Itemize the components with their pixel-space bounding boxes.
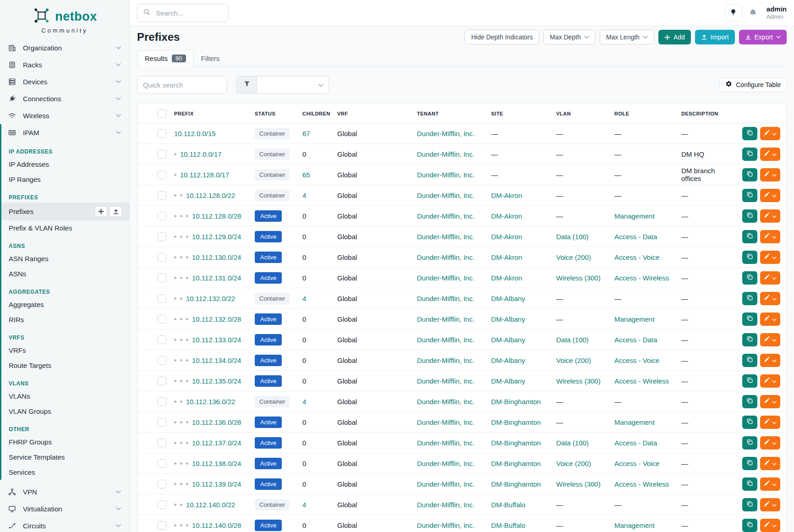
children-count-link[interactable]: 4 (302, 295, 306, 302)
children-count-link[interactable]: 65 (302, 171, 310, 179)
edit-button[interactable] (760, 374, 780, 388)
vlan-link[interactable]: Voice (200) (556, 253, 591, 261)
sidebar-item-asns[interactable]: ASNs (1, 266, 129, 281)
prefix-link[interactable]: 10.112.128.0/17 (180, 171, 229, 179)
sidebar-item-circuits[interactable]: Circuits (0, 517, 129, 532)
edit-button[interactable] (760, 313, 780, 326)
vlan-link[interactable]: Data (100) (556, 439, 589, 447)
role-link[interactable]: Management (614, 315, 655, 323)
clone-button[interactable] (742, 395, 757, 408)
row-checkbox[interactable] (158, 521, 166, 530)
row-checkbox[interactable] (158, 418, 166, 427)
export-dropdown[interactable]: Export (739, 30, 787, 44)
role-link[interactable]: Access - Voice (614, 253, 659, 261)
clone-button[interactable] (742, 477, 757, 491)
site-link[interactable]: DM-Akron (491, 212, 522, 220)
prefix-link[interactable]: 10.112.136.0/28 (192, 418, 241, 426)
clone-button[interactable] (742, 148, 757, 161)
prefix-link[interactable]: 10.112.136.0/22 (186, 398, 235, 406)
sidebar-item-aggregates[interactable]: Aggregates (1, 297, 129, 312)
sidebar-item-asn-ranges[interactable]: ASN Ranges (1, 251, 129, 266)
row-checkbox[interactable] (158, 212, 166, 220)
sidebar-item-vlan-groups[interactable]: VLAN Groups (1, 404, 129, 419)
prefix-link[interactable]: 10.112.133.0/24 (192, 336, 241, 344)
sidebar-item-connections[interactable]: Connections (0, 90, 129, 107)
role-link[interactable]: Management (614, 521, 655, 529)
edit-button[interactable] (760, 354, 780, 367)
role-link[interactable]: Access - Voice (614, 356, 659, 364)
clone-button[interactable] (742, 354, 757, 367)
prefix-link[interactable]: 10.112.0.0/15 (174, 130, 216, 137)
quick-add-button[interactable] (95, 206, 107, 217)
role-link[interactable]: Access - Voice (614, 460, 659, 467)
sidebar-item-ip-ranges[interactable]: IP Ranges (1, 172, 129, 187)
clone-button[interactable] (742, 230, 757, 243)
row-checkbox[interactable] (158, 377, 166, 385)
prefix-link[interactable]: 10.112.129.0/24 (192, 233, 241, 241)
clone-button[interactable] (742, 189, 757, 202)
row-checkbox[interactable] (158, 129, 166, 138)
theme-toggle-button[interactable] (725, 4, 742, 22)
site-link[interactable]: DM-Albany (491, 315, 525, 323)
prefix-link[interactable]: 10.112.128.0/28 (192, 212, 241, 220)
site-link[interactable]: DM-Akron (491, 253, 522, 261)
site-link[interactable]: DM-Binghamton (491, 418, 541, 426)
tenant-link[interactable]: Dunder-Mifflin, Inc. (417, 233, 475, 241)
children-count-link[interactable]: 4 (302, 398, 306, 406)
clone-button[interactable] (742, 333, 757, 346)
clone-button[interactable] (742, 416, 757, 429)
column-header-role[interactable]: ROLE (611, 103, 678, 123)
site-link[interactable]: DM-Albany (491, 336, 525, 344)
clone-button[interactable] (742, 519, 757, 532)
row-checkbox[interactable] (158, 274, 166, 282)
vlan-link[interactable]: Data (100) (556, 233, 589, 241)
site-link[interactable]: DM-Akron (491, 192, 522, 199)
notifications-bell-icon[interactable] (749, 9, 757, 17)
prefix-link[interactable]: 10.112.128.0/22 (186, 192, 235, 199)
column-header-site[interactable]: SITE (487, 103, 553, 123)
site-link[interactable]: DM-Binghamton (491, 439, 541, 447)
select-all-checkbox[interactable] (158, 109, 166, 118)
sidebar-item-prefixes[interactable]: Prefixes (1, 203, 129, 220)
filter-funnel-button[interactable] (237, 77, 257, 93)
tenant-link[interactable]: Dunder-Mifflin, Inc. (417, 171, 475, 179)
sidebar-item-wireless[interactable]: Wireless (0, 107, 129, 124)
site-link[interactable]: DM-Buffalo (491, 521, 526, 529)
role-link[interactable]: Access - Wireless (614, 274, 669, 282)
configure-table-button[interactable]: Configure Table (719, 77, 787, 92)
row-checkbox[interactable] (158, 191, 166, 200)
row-checkbox[interactable] (158, 294, 166, 303)
column-header-status[interactable]: STATUS (251, 103, 299, 123)
tenant-link[interactable]: Dunder-Mifflin, Inc. (417, 150, 475, 158)
edit-button[interactable] (760, 416, 780, 429)
row-checkbox[interactable] (158, 459, 166, 468)
sidebar-item-racks[interactable]: Racks (0, 56, 129, 73)
sidebar-item-services[interactable]: Services (1, 465, 129, 480)
prefix-link[interactable]: 10.112.139.0/24 (192, 480, 241, 488)
prefix-link[interactable]: 10.112.131.0/24 (192, 274, 241, 282)
edit-button[interactable] (760, 230, 780, 243)
clone-button[interactable] (742, 313, 757, 326)
sidebar-item-organization[interactable]: Organization (0, 39, 129, 56)
vlan-link[interactable]: Data (100) (556, 336, 589, 344)
edit-button[interactable] (760, 271, 780, 285)
column-header-tenant[interactable]: TENANT (413, 103, 487, 123)
sidebar-item-ipam[interactable]: IPAM (1, 124, 129, 141)
sidebar-item-vpn[interactable]: VPN (0, 483, 129, 500)
tenant-link[interactable]: Dunder-Mifflin, Inc. (417, 315, 475, 323)
edit-button[interactable] (760, 189, 780, 202)
tab-results[interactable]: Results90 (137, 50, 194, 67)
vlan-link[interactable]: Voice (200) (556, 356, 591, 364)
edit-button[interactable] (760, 436, 780, 450)
column-header-vrf[interactable]: VRF (334, 103, 413, 123)
role-link[interactable]: Management (614, 418, 655, 426)
quick-import-button[interactable] (110, 206, 122, 217)
tenant-link[interactable]: Dunder-Mifflin, Inc. (417, 418, 475, 426)
clone-button[interactable] (742, 498, 757, 511)
edit-button[interactable] (760, 127, 780, 140)
add-button[interactable]: Add (658, 30, 691, 44)
prefix-link[interactable]: 10.112.140.0/28 (192, 521, 241, 529)
prefix-link[interactable]: 10.112.138.0/24 (192, 460, 241, 467)
column-header-children[interactable]: CHILDREN (299, 103, 334, 123)
tenant-link[interactable]: Dunder-Mifflin, Inc. (417, 274, 475, 282)
